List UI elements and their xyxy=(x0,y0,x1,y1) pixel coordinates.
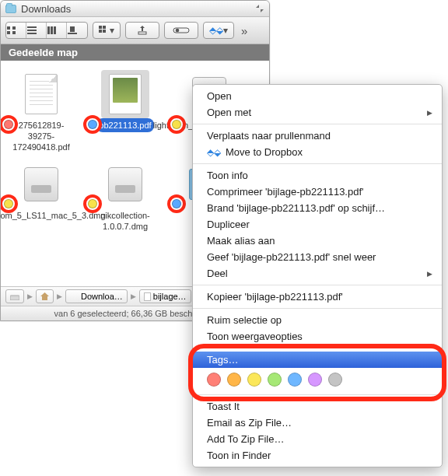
file-item[interactable]: lightroom_5_LS11_mac_5_3.dmg xyxy=(5,160,77,233)
tag-marker xyxy=(0,194,18,213)
file-item[interactable]: pb221113.pdf xyxy=(89,70,161,154)
svg-rect-2 xyxy=(7,31,10,34)
svg-rect-6 xyxy=(27,33,37,34)
menu-info[interactable]: Toon info xyxy=(193,167,442,184)
menu-compress[interactable]: Comprimeer 'bijlage-pb221113.pdf' xyxy=(193,184,442,200)
path-segment-disk[interactable] xyxy=(5,289,24,303)
path-segment[interactable]: bijlage… xyxy=(139,289,191,303)
share-button[interactable] xyxy=(125,22,159,39)
menu-burn[interactable]: Brand 'bijlage-pb221113.pdf' op schijf… xyxy=(193,200,442,216)
svg-rect-0 xyxy=(7,26,10,30)
menu-copy[interactable]: Kopieer 'bijlage-pb221113.pdf' xyxy=(193,289,442,305)
path-label: Downloa… xyxy=(81,292,123,301)
folder-icon xyxy=(5,5,16,13)
tag-color-yellow[interactable] xyxy=(247,373,261,387)
path-segment[interactable]: Downloa… xyxy=(65,289,128,303)
menu-dropbox[interactable]: ⬘⬙Move to Dropbox xyxy=(193,144,442,160)
menu-toastit[interactable]: Toast It xyxy=(193,398,442,415)
file-label: nikcollection-1.0.0.7.dmg xyxy=(89,208,161,233)
svg-rect-8 xyxy=(51,26,53,34)
view-list-button[interactable] xyxy=(26,23,47,38)
menu-view-options[interactable]: Toon weergaveopties xyxy=(193,328,442,345)
menu-share[interactable]: Deel xyxy=(193,265,442,282)
menu-reveal-finder[interactable]: Toon in Finder xyxy=(193,447,442,464)
view-column-button[interactable] xyxy=(47,23,67,38)
tag-color-red[interactable] xyxy=(207,373,221,387)
arrange-button[interactable]: ▾ xyxy=(93,22,121,39)
section-header-shared: Gedeelde map xyxy=(1,44,269,61)
context-menu: Open Open met Verplaats naar prullenmand… xyxy=(192,84,443,467)
tag-color-gray[interactable] xyxy=(328,373,342,387)
tag-marker xyxy=(167,115,186,134)
svg-point-18 xyxy=(176,29,180,33)
svg-rect-10 xyxy=(70,26,75,32)
titlebar[interactable]: Downloads xyxy=(1,1,269,17)
menu-cleanup[interactable]: Ruim selectie op xyxy=(193,312,442,328)
expand-icon[interactable] xyxy=(255,4,264,13)
tag-marker xyxy=(167,194,186,213)
svg-rect-9 xyxy=(54,26,56,34)
view-coverflow-button[interactable] xyxy=(67,23,87,38)
toolbar: ▾ ⬘⬙ ▾ » xyxy=(1,17,269,44)
menu-duplicate[interactable]: Dupliceer xyxy=(193,216,442,233)
tag-color-purple[interactable] xyxy=(308,373,322,387)
svg-rect-12 xyxy=(99,26,102,29)
path-label: bijlage… xyxy=(153,292,187,301)
svg-rect-1 xyxy=(12,26,16,30)
dropbox-icon: ⬘⬙ xyxy=(207,147,221,158)
svg-rect-19 xyxy=(10,296,19,300)
view-icon-button[interactable] xyxy=(6,23,26,38)
tag-marker xyxy=(83,194,102,213)
dmg-icon xyxy=(108,167,142,201)
chevron-right-icon: ▶ xyxy=(57,292,62,300)
svg-rect-15 xyxy=(103,30,106,33)
svg-rect-16 xyxy=(138,32,146,34)
svg-rect-13 xyxy=(103,26,106,29)
pdf-icon xyxy=(25,74,58,114)
tag-marker xyxy=(83,115,102,134)
chevron-right-icon: ▶ xyxy=(27,292,33,300)
svg-rect-7 xyxy=(47,26,50,34)
view-mode-segment xyxy=(5,22,88,39)
chevron-right-icon: ▶ xyxy=(131,292,136,300)
tag-marker xyxy=(0,115,18,134)
tag-color-row xyxy=(193,368,442,391)
menu-alias[interactable]: Maak alias aan xyxy=(193,233,442,249)
tag-color-blue[interactable] xyxy=(288,373,302,387)
path-segment-home[interactable] xyxy=(36,289,54,303)
menu-trash[interactable]: Verplaats naar prullenmand xyxy=(193,128,442,144)
menu-open[interactable]: Open xyxy=(193,88,442,104)
menu-quicklook[interactable]: Geef 'bijlage-pb221113.pdf' snel weer xyxy=(193,249,442,265)
dmg-icon xyxy=(24,167,58,201)
menu-add-zip[interactable]: Add To Zip File… xyxy=(193,431,442,447)
file-item[interactable]: 275612819-39275-172490418.pdf xyxy=(5,70,77,154)
menu-tags[interactable]: Tags… xyxy=(193,352,442,368)
dropbox-icon: ⬘⬙ xyxy=(209,25,223,36)
file-item[interactable]: nikcollection-1.0.0.7.dmg xyxy=(89,160,161,233)
svg-rect-4 xyxy=(27,26,37,28)
menu-email-zip[interactable]: Email as Zip File… xyxy=(193,415,442,431)
tag-color-green[interactable] xyxy=(268,373,282,387)
menu-open-with[interactable]: Open met xyxy=(193,104,442,121)
dropbox-button[interactable]: ⬘⬙ ▾ xyxy=(203,22,234,39)
svg-rect-11 xyxy=(68,33,77,34)
window-title: Downloads xyxy=(21,3,71,15)
pdf-icon xyxy=(109,74,142,114)
toolbar-overflow-icon[interactable]: » xyxy=(239,24,247,37)
svg-rect-5 xyxy=(27,30,37,31)
svg-rect-3 xyxy=(12,31,16,34)
tag-button[interactable] xyxy=(164,22,198,39)
svg-rect-14 xyxy=(99,30,102,33)
tag-color-orange[interactable] xyxy=(227,373,241,387)
file-label: pb221113.pdf xyxy=(96,118,153,132)
